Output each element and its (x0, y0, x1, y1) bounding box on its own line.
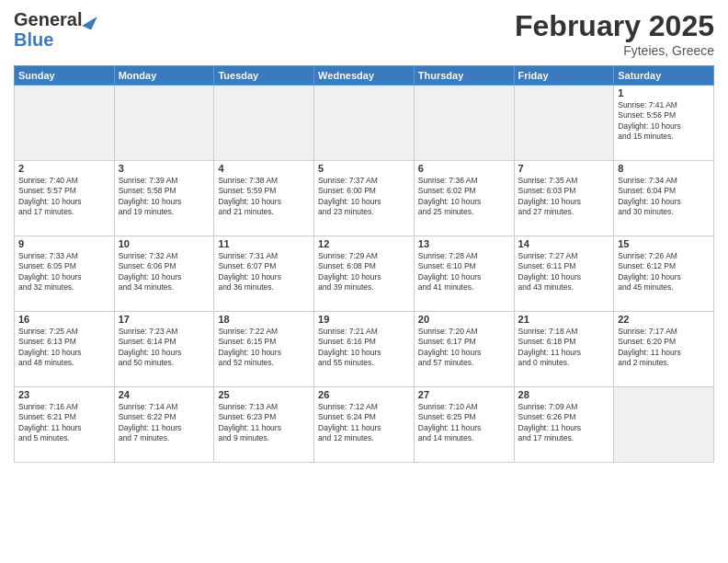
day-info: Sunrise: 7:31 AM Sunset: 6:07 PM Dayligh… (218, 251, 310, 293)
col-saturday: Saturday (614, 66, 714, 86)
table-row: 28Sunrise: 7:09 AM Sunset: 6:26 PM Dayli… (514, 387, 614, 463)
calendar-week-row: 16Sunrise: 7:25 AM Sunset: 6:13 PM Dayli… (15, 312, 714, 387)
calendar-week-row: 1Sunrise: 7:41 AM Sunset: 5:56 PM Daylig… (15, 86, 714, 161)
table-row: 1Sunrise: 7:41 AM Sunset: 5:56 PM Daylig… (614, 86, 714, 161)
table-row: 5Sunrise: 7:37 AM Sunset: 6:00 PM Daylig… (314, 161, 415, 236)
day-number: 5 (318, 163, 410, 174)
table-row: 21Sunrise: 7:18 AM Sunset: 6:18 PM Dayli… (514, 312, 614, 387)
col-sunday: Sunday (15, 66, 115, 86)
day-number: 11 (218, 238, 310, 249)
day-info: Sunrise: 7:09 AM Sunset: 6:26 PM Dayligh… (518, 402, 610, 444)
table-row: 14Sunrise: 7:27 AM Sunset: 6:11 PM Dayli… (514, 236, 614, 312)
day-number: 17 (119, 314, 210, 325)
day-info: Sunrise: 7:22 AM Sunset: 6:15 PM Dayligh… (218, 327, 310, 369)
day-info: Sunrise: 7:40 AM Sunset: 5:57 PM Dayligh… (18, 176, 110, 218)
table-row: 3Sunrise: 7:39 AM Sunset: 5:58 PM Daylig… (114, 161, 214, 236)
day-info: Sunrise: 7:29 AM Sunset: 6:08 PM Dayligh… (318, 251, 410, 293)
day-number: 15 (618, 238, 710, 249)
table-row (314, 86, 415, 161)
table-row (114, 86, 214, 161)
day-number: 4 (218, 163, 310, 174)
col-thursday: Thursday (414, 66, 514, 86)
table-row: 9Sunrise: 7:33 AM Sunset: 6:05 PM Daylig… (15, 236, 115, 312)
day-info: Sunrise: 7:14 AM Sunset: 6:22 PM Dayligh… (119, 402, 210, 444)
table-row (15, 86, 115, 161)
table-row: 4Sunrise: 7:38 AM Sunset: 5:59 PM Daylig… (214, 161, 314, 236)
day-info: Sunrise: 7:23 AM Sunset: 6:14 PM Dayligh… (119, 327, 210, 369)
day-info: Sunrise: 7:36 AM Sunset: 6:02 PM Dayligh… (418, 176, 510, 218)
day-info: Sunrise: 7:33 AM Sunset: 6:05 PM Dayligh… (18, 251, 110, 293)
day-info: Sunrise: 7:20 AM Sunset: 6:17 PM Dayligh… (418, 327, 510, 369)
table-row: 25Sunrise: 7:13 AM Sunset: 6:23 PM Dayli… (214, 387, 314, 463)
table-row: 2Sunrise: 7:40 AM Sunset: 5:57 PM Daylig… (15, 161, 115, 236)
col-monday: Monday (114, 66, 214, 86)
day-number: 16 (18, 314, 110, 325)
day-number: 18 (218, 314, 310, 325)
day-number: 12 (318, 238, 410, 249)
table-row: 15Sunrise: 7:26 AM Sunset: 6:12 PM Dayli… (614, 236, 714, 312)
table-row: 7Sunrise: 7:35 AM Sunset: 6:03 PM Daylig… (514, 161, 614, 236)
table-row: 11Sunrise: 7:31 AM Sunset: 6:07 PM Dayli… (214, 236, 314, 312)
table-row: 18Sunrise: 7:22 AM Sunset: 6:15 PM Dayli… (214, 312, 314, 387)
calendar-week-row: 9Sunrise: 7:33 AM Sunset: 6:05 PM Daylig… (15, 236, 714, 312)
day-info: Sunrise: 7:17 AM Sunset: 6:20 PM Dayligh… (618, 327, 710, 369)
table-row: 19Sunrise: 7:21 AM Sunset: 6:16 PM Dayli… (314, 312, 415, 387)
day-info: Sunrise: 7:35 AM Sunset: 6:03 PM Dayligh… (518, 176, 610, 218)
header: General Blue February 2025 Fyteies, Gree… (14, 9, 714, 58)
table-row (514, 86, 614, 161)
calendar-table: Sunday Monday Tuesday Wednesday Thursday… (14, 65, 714, 463)
table-row: 22Sunrise: 7:17 AM Sunset: 6:20 PM Dayli… (614, 312, 714, 387)
day-info: Sunrise: 7:12 AM Sunset: 6:24 PM Dayligh… (318, 402, 410, 444)
logo-text: General Blue (14, 9, 95, 50)
day-number: 28 (518, 389, 610, 400)
day-number: 25 (218, 389, 310, 400)
location: Fyteies, Greece (515, 43, 714, 58)
table-row (214, 86, 314, 161)
day-number: 3 (119, 163, 210, 174)
day-info: Sunrise: 7:28 AM Sunset: 6:10 PM Dayligh… (418, 251, 510, 293)
day-number: 19 (318, 314, 410, 325)
logo: General Blue (14, 9, 95, 50)
col-tuesday: Tuesday (214, 66, 314, 86)
day-info: Sunrise: 7:26 AM Sunset: 6:12 PM Dayligh… (618, 251, 710, 293)
day-number: 23 (18, 389, 110, 400)
day-info: Sunrise: 7:13 AM Sunset: 6:23 PM Dayligh… (218, 402, 310, 444)
calendar-header-row: Sunday Monday Tuesday Wednesday Thursday… (15, 66, 714, 86)
day-number: 14 (518, 238, 610, 249)
day-number: 26 (318, 389, 410, 400)
table-row: 8Sunrise: 7:34 AM Sunset: 6:04 PM Daylig… (614, 161, 714, 236)
table-row: 20Sunrise: 7:20 AM Sunset: 6:17 PM Dayli… (414, 312, 514, 387)
table-row: 13Sunrise: 7:28 AM Sunset: 6:10 PM Dayli… (414, 236, 514, 312)
day-number: 20 (418, 314, 510, 325)
day-info: Sunrise: 7:27 AM Sunset: 6:11 PM Dayligh… (518, 251, 610, 293)
day-number: 10 (119, 238, 210, 249)
day-info: Sunrise: 7:16 AM Sunset: 6:21 PM Dayligh… (18, 402, 110, 444)
day-number: 1 (618, 87, 710, 98)
day-number: 7 (518, 163, 610, 174)
day-info: Sunrise: 7:21 AM Sunset: 6:16 PM Dayligh… (318, 327, 410, 369)
table-row: 16Sunrise: 7:25 AM Sunset: 6:13 PM Dayli… (15, 312, 115, 387)
day-number: 22 (618, 314, 710, 325)
day-number: 2 (18, 163, 110, 174)
table-row: 23Sunrise: 7:16 AM Sunset: 6:21 PM Dayli… (15, 387, 115, 463)
day-info: Sunrise: 7:32 AM Sunset: 6:06 PM Dayligh… (119, 251, 210, 293)
day-info: Sunrise: 7:18 AM Sunset: 6:18 PM Dayligh… (518, 327, 610, 369)
table-row: 10Sunrise: 7:32 AM Sunset: 6:06 PM Dayli… (114, 236, 214, 312)
col-friday: Friday (514, 66, 614, 86)
table-row: 27Sunrise: 7:10 AM Sunset: 6:25 PM Dayli… (414, 387, 514, 463)
title-section: February 2025 Fyteies, Greece (515, 9, 714, 58)
col-wednesday: Wednesday (314, 66, 415, 86)
table-row (414, 86, 514, 161)
table-row: 24Sunrise: 7:14 AM Sunset: 6:22 PM Dayli… (114, 387, 214, 463)
table-row: 17Sunrise: 7:23 AM Sunset: 6:14 PM Dayli… (114, 312, 214, 387)
day-number: 13 (418, 238, 510, 249)
page: General Blue February 2025 Fyteies, Gree… (0, 0, 728, 563)
day-number: 9 (18, 238, 110, 249)
day-info: Sunrise: 7:10 AM Sunset: 6:25 PM Dayligh… (418, 402, 510, 444)
table-row: 6Sunrise: 7:36 AM Sunset: 6:02 PM Daylig… (414, 161, 514, 236)
day-info: Sunrise: 7:41 AM Sunset: 5:56 PM Dayligh… (618, 100, 710, 143)
day-number: 27 (418, 389, 510, 400)
day-number: 6 (418, 163, 510, 174)
month-title: February 2025 (515, 9, 714, 43)
day-info: Sunrise: 7:38 AM Sunset: 5:59 PM Dayligh… (218, 176, 310, 218)
